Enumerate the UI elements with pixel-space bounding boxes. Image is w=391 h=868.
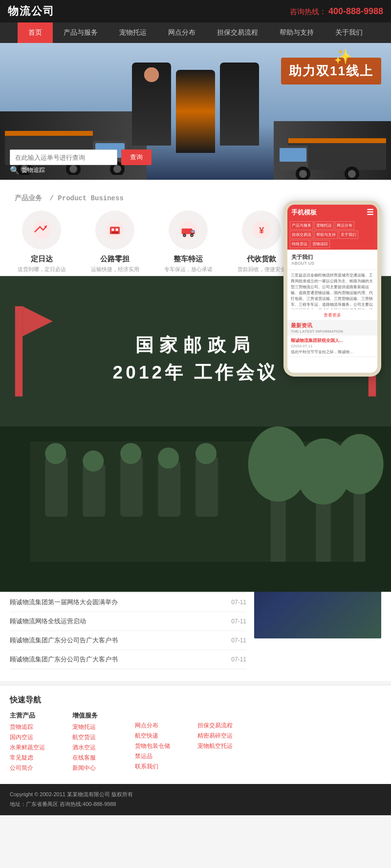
mobile-app-name: 手机模板: [291, 208, 317, 217]
mobile-news-subtitle: THE LATEST INFORMATION: [291, 329, 374, 334]
news-img-svg: 国家邮政局 2012年 工作会议: [254, 536, 381, 638]
mobile-nav-item[interactable]: 货物追踪: [310, 240, 330, 248]
svg-rect-103: [353, 536, 366, 562]
mobile-nav-item[interactable]: 特殊货运: [290, 240, 309, 248]
mobile-see-more[interactable]: 查看更多: [287, 309, 377, 320]
svg-rect-101: [316, 536, 331, 562]
mobile-nav-item[interactable]: 关于我们: [339, 231, 358, 239]
mobile-nav-item[interactable]: 网点分布: [335, 221, 354, 230]
mobile-news-item-date: 22016.07.11: [291, 344, 374, 348]
news-section: 新闻 / News › 顾诚物流集团获祝全国人民中秋快乐 07-11 深圳市顾诚…: [0, 497, 391, 681]
mobile-news-title-text: 最新资讯: [291, 322, 374, 329]
mobile-news-item-title: 顺诚物流集团获税全国人...: [291, 338, 374, 344]
mobile-nav-item[interactable]: 宠物托运: [314, 221, 334, 230]
mobile-header: 手机模板 ☰: [287, 205, 377, 220]
mobile-nav-item[interactable]: 产品与服务: [290, 221, 313, 230]
mobile-nav-item[interactable]: 帮助与支持: [314, 231, 338, 239]
mobile-news-item: 顺诚物流集团获税全国人... 22016.07.11 值此中秋佳节节金桂之际，顺…: [287, 336, 377, 357]
news-layout: 顾诚物流集团获祝全国人民中秋快乐 07-11 深圳市顾诚集团北京分公司表彰会议顺…: [10, 536, 381, 669]
mobile-nav: 产品与服务 宠物托运 网点分布 担保交易流 帮助与支持 关于我们 特殊货运 货物…: [287, 220, 377, 250]
svg-rect-99: [271, 536, 286, 562]
news-img-placeholder: 国家邮政局 2012年 工作会议: [254, 536, 381, 638]
mobile-about-title: 关于我们 ABOUT US: [287, 250, 377, 270]
mobile-screen: 手机模板 ☰ 产品与服务 宠物托运 网点分布 担保交易流 帮助与支持 关于我们 …: [287, 205, 377, 373]
mobile-news-item-desc: 值此中秋佳节节金桂之际，顺诚物...: [291, 349, 374, 355]
svg-rect-82: [254, 536, 361, 562]
mobile-about-body: 三亚益达沿金杨旺物流经营是城市交通运输、工商局批准成立的一家以公路为主、铁路为辅…: [287, 270, 377, 309]
mobile-news-section: 最新资讯 THE LATEST INFORMATION: [287, 320, 377, 336]
news-image: 国家邮政局 2012年 工作会议: [254, 536, 381, 638]
mobile-nav-item[interactable]: 担保交易流: [290, 231, 313, 239]
mobile-menu-icon: ☰: [367, 208, 373, 217]
mobile-preview: 手机模板 ☰ 产品与服务 宠物托运 网点分布 担保交易流 帮助与支持 关于我们 …: [283, 201, 381, 377]
